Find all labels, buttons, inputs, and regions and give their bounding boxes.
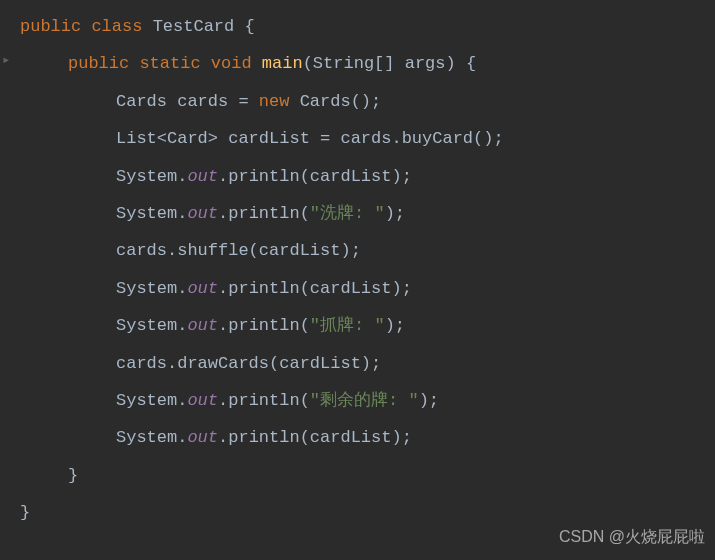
- string-literal: "洗牌: ": [310, 204, 385, 223]
- code-line: ▸public static void main(String[] args) …: [20, 45, 715, 82]
- code-text: System.: [116, 391, 187, 410]
- code-text: System.: [116, 279, 187, 298]
- code-line: System.out.println("剩余的牌: ");: [20, 382, 715, 419]
- code-text: .println(cardList);: [218, 428, 412, 447]
- run-gutter-icon[interactable]: ▸: [2, 45, 10, 76]
- brace: }: [20, 503, 30, 522]
- field: out: [187, 167, 218, 186]
- code-text: Cards();: [300, 92, 382, 111]
- code-line: System.out.println(cardList);: [20, 158, 715, 195]
- brace: }: [68, 466, 78, 485]
- params: (String[] args): [303, 54, 466, 73]
- brace: {: [466, 54, 476, 73]
- field: out: [187, 316, 218, 335]
- field: out: [187, 391, 218, 410]
- keyword: static: [139, 54, 210, 73]
- code-text: .println(cardList);: [218, 279, 412, 298]
- code-text: cards.shuffle(cardList);: [116, 241, 361, 260]
- code-line: cards.shuffle(cardList);: [20, 232, 715, 269]
- keyword: public: [20, 17, 91, 36]
- method-name: main: [262, 54, 303, 73]
- code-line: System.out.println("抓牌: ");: [20, 307, 715, 344]
- code-line: System.out.println(cardList);: [20, 270, 715, 307]
- keyword: public: [68, 54, 139, 73]
- code-text: System.: [116, 204, 187, 223]
- code-text: System.: [116, 167, 187, 186]
- code-text: System.: [116, 428, 187, 447]
- brace: {: [244, 17, 254, 36]
- watermark: CSDN @火烧屁屁啦: [559, 519, 705, 554]
- string-literal: "剩余的牌: ": [310, 391, 419, 410]
- keyword: class: [91, 17, 152, 36]
- code-line: cards.drawCards(cardList);: [20, 345, 715, 382]
- code-line: System.out.println("洗牌: ");: [20, 195, 715, 232]
- code-text: .println(: [218, 391, 310, 410]
- code-text: );: [419, 391, 439, 410]
- code-line: public class TestCard {: [20, 8, 715, 45]
- code-text: .println(: [218, 316, 310, 335]
- field: out: [187, 428, 218, 447]
- code-text: .println(: [218, 204, 310, 223]
- field: out: [187, 279, 218, 298]
- class-name: TestCard: [153, 17, 245, 36]
- code-text: .println(cardList);: [218, 167, 412, 186]
- string-literal: "抓牌: ": [310, 316, 385, 335]
- code-text: cards.drawCards(cardList);: [116, 354, 381, 373]
- field: out: [187, 204, 218, 223]
- code-text: List<Card> cardList = cards.buyCard();: [116, 129, 504, 148]
- code-text: Cards cards =: [116, 92, 259, 111]
- code-line: }: [20, 457, 715, 494]
- code-editor[interactable]: public class TestCard { ▸public static v…: [0, 8, 715, 531]
- code-line: List<Card> cardList = cards.buyCard();: [20, 120, 715, 157]
- keyword: new: [259, 92, 300, 111]
- code-line: System.out.println(cardList);: [20, 419, 715, 456]
- code-text: );: [385, 316, 405, 335]
- code-line: Cards cards = new Cards();: [20, 83, 715, 120]
- keyword: void: [211, 54, 262, 73]
- code-text: );: [385, 204, 405, 223]
- code-text: System.: [116, 316, 187, 335]
